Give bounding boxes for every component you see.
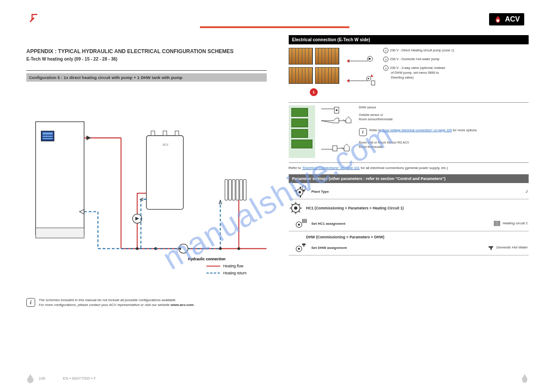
hc1-assignment-label: Set HC1 assignment [312, 222, 475, 226]
gear-tap-icon [294, 241, 307, 254]
earth-icon: ⏚ [383, 65, 388, 71]
svg-rect-6 [43, 138, 53, 139]
lv-ref-note: Refer to [370, 128, 382, 132]
svg-marker-56 [370, 74, 373, 77]
lv-ref-link[interactable]: "Low voltage electrical connection" on p… [382, 128, 452, 132]
svg-point-71 [294, 206, 297, 209]
hc1-section-label: HC1 (Commissioning > Parameters > Heatin… [306, 206, 404, 210]
plant-type-label: Plant Type [312, 190, 475, 194]
low-voltage-wires-icon [320, 105, 354, 158]
svg-rect-2 [36, 228, 84, 238]
svg-rect-30 [229, 180, 231, 200]
radiator-icon [493, 220, 501, 227]
svg-rect-57 [371, 81, 375, 85]
brand-logo: ACV [489, 13, 524, 25]
config-header: Configuration 5 : 1x direct heating circ… [26, 73, 267, 82]
tap-icon [488, 245, 495, 250]
low-voltage-diagram: DHW sensor Outside sensor or Room sensor… [289, 102, 529, 158]
dhw-assignment-label: Set DHW assignment [312, 246, 475, 250]
lv-note-3b: Room thermostat [359, 145, 478, 150]
parameter-settings-header: Parameter settings (other parameters : r… [289, 174, 529, 183]
appendix-subtitle: E-Tech W heating only (09 - 15 - 22 - 28… [26, 57, 267, 61]
svg-marker-52 [347, 79, 349, 83]
water-drop-icon [26, 374, 34, 383]
hc1-assignment-value: Heating circuit 1 [503, 221, 528, 225]
svg-point-68 [298, 191, 301, 194]
gear-radiator-icon [294, 217, 307, 230]
electrical-connections-link[interactable]: "Electrical Connections" on page 101 [302, 166, 360, 170]
dhw-assignment-value: Domestic Hot Water [497, 245, 528, 249]
flame-footer-icon [521, 374, 529, 383]
info-icon: i [26, 298, 35, 307]
green-terminal-icon [291, 129, 308, 138]
remark-text-1: The schemes included in this manual do n… [39, 298, 177, 302]
green-terminal-icon [291, 108, 308, 117]
svg-point-81 [297, 223, 300, 226]
svg-marker-8 [87, 136, 91, 140]
hv-note-3a: 230 V - 3-way valve (optional, instead [390, 66, 445, 70]
svg-rect-29 [225, 180, 228, 200]
lv-note-2a: Outside sensor or [359, 113, 478, 118]
flame-icon [493, 15, 502, 24]
info-icon: i [359, 128, 367, 136]
svg-text:acv: acv [163, 142, 169, 147]
gear-plant-icon [294, 185, 307, 198]
svg-text:Heating flow: Heating flow [223, 264, 244, 268]
doc-ref: EN • 660Y7000 • F [63, 376, 96, 381]
earth-icon: ⏚ [383, 57, 388, 62]
dhw-section-label: DHW (Commissioning > Parameters > DHW) [306, 235, 385, 239]
high-voltage-diagram: 1 ⏚230 V - Direct Heating circuit pump (… [289, 48, 529, 96]
remark-text-2: For more configurations, please contact … [39, 303, 170, 307]
svg-rect-33 [240, 180, 243, 200]
svg-point-42 [237, 247, 240, 250]
brand-text: ACV [505, 15, 520, 23]
svg-rect-20 [163, 131, 167, 136]
ref-marker-1: 1 [310, 88, 318, 96]
footer-right [521, 374, 529, 383]
plant-type-value: 2 [475, 190, 528, 194]
footer-left: 108 EN • 660Y7000 • F [26, 374, 96, 383]
hv-note-3b: of DHW pump, set menu 5890 to [391, 71, 439, 76]
green-terminal-icon [291, 119, 308, 127]
hv-note-2: 230 V - Domestic Hot water pump [390, 57, 440, 61]
svg-point-92 [297, 248, 300, 250]
gear-group-icon [289, 201, 303, 215]
remark-website: www.acv.com. [170, 303, 194, 307]
hydraulic-diagram: acv [26, 106, 267, 295]
svg-rect-64 [333, 146, 337, 151]
svg-text:Hydraulic connection: Hydraulic connection [188, 257, 225, 261]
svg-rect-34 [243, 180, 246, 200]
svg-line-79 [298, 204, 300, 205]
hv-note-1: 230 V - Direct Heating circuit pump (zon… [390, 48, 454, 52]
earth-icon: ⏚ [383, 48, 388, 53]
hv-note-3c: Diverting valve) [391, 76, 414, 80]
svg-rect-18 [146, 136, 183, 209]
divider [26, 70, 267, 71]
svg-rect-21 [175, 131, 178, 136]
svg-rect-4 [43, 133, 53, 135]
svg-point-59 [336, 109, 337, 111]
header-divider [200, 26, 349, 28]
svg-line-77 [298, 211, 300, 212]
svg-point-27 [136, 247, 138, 250]
svg-rect-5 [43, 136, 53, 137]
svg-rect-32 [236, 180, 239, 200]
svg-rect-69 [302, 186, 305, 190]
lv-note-1: DHW sensor [359, 105, 478, 110]
svg-point-41 [219, 247, 221, 250]
high-voltage-wires-icon [346, 48, 377, 88]
svg-marker-48 [347, 59, 349, 63]
svg-rect-19 [151, 131, 155, 136]
settings-table: Plant Type 2 HC1 (Commissioning > Parame… [289, 184, 529, 255]
lv-note-3a: Room Unit or Room Sensor RG ACV [359, 140, 478, 145]
svg-line-78 [291, 211, 293, 212]
svg-point-0 [497, 19, 499, 22]
svg-line-76 [291, 204, 293, 205]
green-terminal-icon [291, 140, 312, 148]
lv-note-2b: Room sensor/thermostat [359, 117, 478, 122]
electrical-connection-header: Electrical connection (E-Tech W side) [289, 35, 529, 44]
page-number: 108 [39, 376, 45, 381]
return-arrow-icon [29, 11, 42, 24]
general-electrical-note: Refer to "Electrical Connections" on pag… [289, 162, 529, 171]
svg-rect-31 [232, 180, 235, 200]
